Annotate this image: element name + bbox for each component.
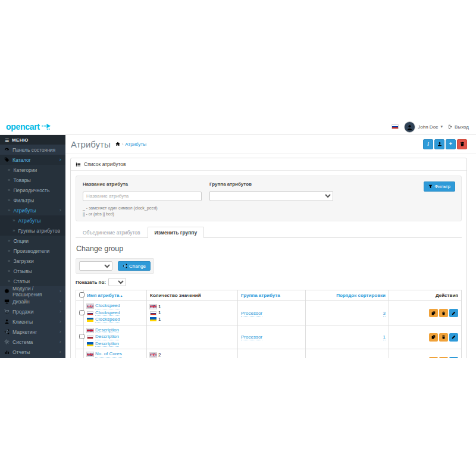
edit-button[interactable] (449, 357, 458, 358)
home-icon[interactable] (115, 142, 120, 146)
trash-icon (460, 142, 465, 146)
double-angle-icon: » (8, 268, 10, 274)
attribute-name-line: Clockspeed (87, 310, 143, 317)
attribute-name-link[interactable]: Clockspeed (95, 310, 120, 317)
attribute-name-line: Clockspeed (87, 317, 143, 323)
double-angle-icon: » (12, 218, 15, 223)
copy-button[interactable] (429, 309, 438, 317)
column-value-count: Количество значений (147, 290, 238, 301)
delete-button[interactable] (439, 357, 448, 358)
chevron-right-icon: › (60, 329, 61, 334)
sidebar-item-extensions-row[interactable]: Модули / Расширения› (0, 286, 65, 296)
row-select-cell (76, 301, 84, 325)
uk-flag-icon (87, 328, 93, 333)
attribute-list-panel: Список атрибутов Название атрибута Групп… (70, 158, 467, 358)
column-attribute-name[interactable]: Имя атрибута▴ (84, 290, 147, 301)
attribute-name-line: Description (87, 341, 143, 347)
attribute-group-link[interactable]: Processor (241, 311, 262, 317)
edit-button[interactable] (449, 309, 458, 317)
attribute-name-link[interactable]: Description (95, 327, 119, 334)
sidebar-item-system: Система› (0, 337, 65, 347)
sidebar-item-label: Загрузки (13, 258, 33, 264)
sidebar-item-label: Фильтры (13, 198, 34, 203)
sidebar-item-attributes-row[interactable]: »Атрибуты› (0, 205, 65, 215)
sidebar-item-customers-row[interactable]: Клиенты› (0, 317, 65, 327)
chevron-right-icon: › (60, 157, 61, 162)
show-per-control: Показать по: (76, 278, 462, 286)
delete-button[interactable] (457, 139, 467, 149)
sidebar-menu-header[interactable]: ≡ МЕНЮ (0, 135, 65, 145)
delete-button[interactable] (439, 333, 448, 342)
filter-button[interactable]: Фильтр (424, 181, 455, 192)
opencart-cart-arrow-icon (42, 124, 51, 130)
filter-name-input[interactable] (83, 192, 202, 201)
page-title: Атрибуты (71, 139, 111, 149)
column-attribute-group[interactable]: Группа атрибута (238, 290, 306, 301)
sidebar-item-sales-row[interactable]: Продажи› (0, 306, 65, 317)
sort-order-link[interactable]: 1 (383, 334, 386, 340)
row-checkbox[interactable] (79, 334, 84, 339)
logout-button[interactable]: Выход (448, 124, 469, 130)
attribute-group-link[interactable]: Processor (241, 334, 262, 340)
attribute-name-line: Description (87, 334, 143, 340)
attribute-name-link[interactable]: Description (95, 334, 119, 340)
sort-order-link[interactable]: 3 (383, 311, 386, 317)
attribute-name-link[interactable]: Description (95, 341, 119, 347)
attribute-name-link[interactable]: Clockspeed (95, 303, 120, 309)
column-sort-order[interactable]: Порядок сортировки (306, 290, 389, 301)
sidebar-item-recurring-row[interactable]: »Периодичность (0, 185, 65, 195)
sidebar-item-manufacturers-row[interactable]: »Производители (0, 246, 65, 256)
attribute-name-link[interactable]: Clockspeed (95, 317, 120, 323)
sidebar-item-marketing-row[interactable]: Маркетинг› (0, 327, 65, 337)
select-all-checkbox[interactable] (79, 292, 84, 298)
sidebar-item-attribute-groups-row[interactable]: »Группы атрибутов (0, 226, 65, 236)
sidebar-item-label: Маркетинг (12, 329, 37, 335)
show-per-select[interactable] (108, 278, 126, 286)
copy-button[interactable] (429, 357, 438, 358)
opencart-logo[interactable]: opencart (0, 122, 51, 131)
tags-icon (4, 157, 10, 162)
show-per-label: Показать по: (76, 280, 106, 285)
attribute-name-link[interactable]: No. of Cores (95, 351, 122, 358)
delete-button[interactable] (439, 309, 448, 317)
sidebar-item-downloads-row[interactable]: »Загрузки (0, 256, 65, 266)
pencil-icon (452, 311, 456, 315)
sidebar-item-design-row[interactable]: Дизайн› (0, 296, 65, 306)
sidebar-item-recurring: »Периодичность (0, 185, 65, 195)
sidebar-item-options-row[interactable]: »Опции (0, 236, 65, 246)
edit-button[interactable] (449, 333, 458, 342)
double-angle-icon: » (8, 258, 10, 264)
add-button[interactable]: + (446, 139, 456, 149)
tab-merge-attributes[interactable]: Объединение атрибутов (76, 227, 148, 238)
breadcrumb-link-attributes[interactable]: Атрибуты (125, 142, 146, 147)
filter-group-select[interactable] (209, 191, 333, 201)
tab-change-group[interactable]: Изменить группу (148, 227, 205, 238)
sidebar-item-label: Статьи (13, 278, 30, 284)
change-group-select[interactable] (79, 261, 112, 271)
sidebar-item-dashboard-row[interactable]: Панель состояния (0, 145, 65, 155)
ukraine-flag-icon (87, 318, 93, 322)
logout-label: Выход (455, 124, 469, 130)
value-count-line: 2 (150, 352, 234, 358)
sidebar-item-attributes-row[interactable]: »Атрибуты (0, 215, 65, 226)
sidebar-item-categories-row[interactable]: »Категории (0, 165, 65, 175)
upload-button[interactable] (434, 139, 444, 149)
info-icon: i (427, 142, 429, 147)
sidebar-item-system-row[interactable]: Система› (0, 337, 65, 347)
sidebar-item-reports-row[interactable]: Отчеты› (0, 347, 65, 357)
sidebar-item-catalog-row[interactable]: Каталог› (0, 155, 65, 165)
sidebar-item-products-row[interactable]: »Товары (0, 175, 65, 185)
sort-order-cell: 3 (306, 301, 389, 325)
sidebar-item-reviews-row[interactable]: »Отзывы (0, 266, 65, 276)
sidebar-item-filters-row[interactable]: »Фильтры (0, 195, 65, 205)
pencil-icon (452, 335, 456, 339)
change-group-button[interactable]: Change (118, 261, 151, 271)
copy-button[interactable] (429, 333, 438, 342)
info-button[interactable]: i (423, 139, 433, 149)
chevron-right-icon: › (60, 299, 61, 304)
sidebar-item-articles-row[interactable]: »Статьи (0, 276, 65, 286)
sidebar-item-label: Опции (13, 238, 29, 244)
language-flag-icon[interactable] (392, 124, 399, 129)
user-menu[interactable]: John Doe ▾ (404, 121, 443, 133)
row-checkbox[interactable] (79, 310, 84, 315)
